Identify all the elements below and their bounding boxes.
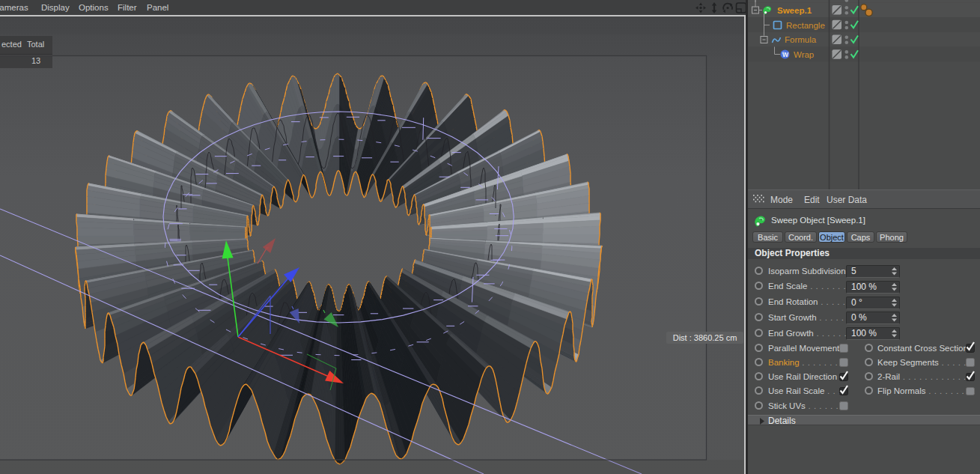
svg-text:Sweep.1: Sweep.1 [777,6,812,15]
svg-text:Wrap: Wrap [794,50,814,59]
svg-text:Rectangle: Rectangle [786,21,825,30]
svg-text:W: W [782,51,789,58]
svg-text:Formula: Formula [785,35,817,44]
